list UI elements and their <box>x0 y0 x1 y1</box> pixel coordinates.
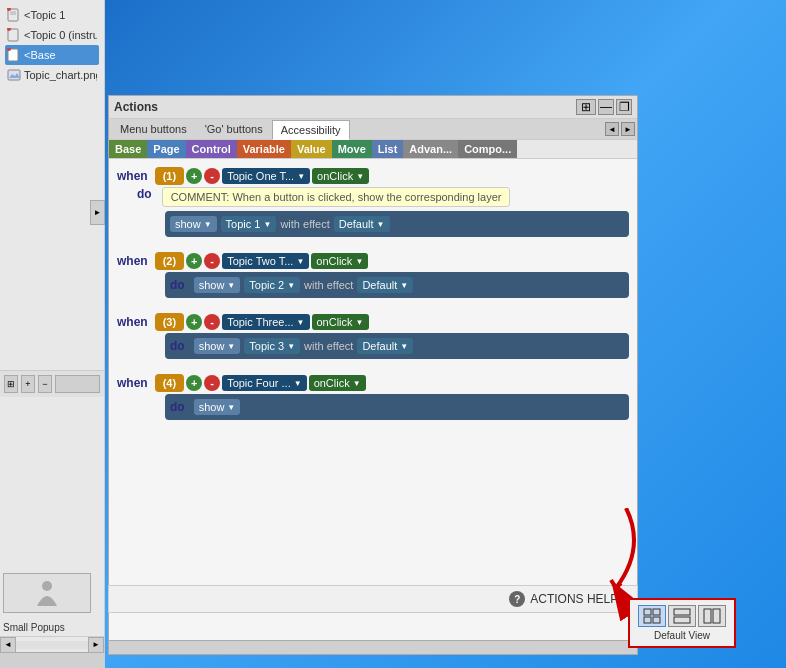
cat-value[interactable]: Value <box>291 140 332 158</box>
left-panel-bottom-scroll <box>0 652 104 668</box>
do-label-3: do <box>170 339 185 353</box>
tree-item-topic0[interactable]: <Topic 0 (instructions) <box>5 25 99 45</box>
tree-item-topic0-label: <Topic 0 (instructions) <box>24 29 97 41</box>
minus-btn-2[interactable]: - <box>204 253 220 269</box>
mini-btn-3[interactable]: − <box>38 375 52 393</box>
tree-item-chart-label: Topic_chart.png <box>24 69 97 81</box>
cat-compo[interactable]: Compo... <box>458 140 517 158</box>
onclick-dd-arrow-4: ▼ <box>353 379 361 388</box>
expand-right-arrow[interactable]: ► <box>90 200 105 225</box>
left-panel-scrollbar[interactable]: ◄ ► <box>0 636 104 652</box>
topic-dropdown-4[interactable]: Topic Four ... ▼ <box>222 375 307 391</box>
show-dd-arrow-4: ▼ <box>227 403 235 412</box>
show-topic-dd-3[interactable]: Topic 3 ▼ <box>244 338 300 354</box>
plus-btn-2[interactable]: + <box>186 253 202 269</box>
panel-maximize-btn[interactable]: ❐ <box>616 99 632 115</box>
view-label: Default View <box>654 630 710 641</box>
show-topic-dd-2[interactable]: Topic 2 ▼ <box>244 277 300 293</box>
scroll-left-btn[interactable]: ◄ <box>0 637 16 653</box>
show-topic-dd-1[interactable]: Topic 1 ▼ <box>221 216 277 232</box>
when-label-3: when <box>117 315 148 329</box>
cat-move[interactable]: Move <box>332 140 372 158</box>
when-block-2[interactable]: (2) <box>155 252 184 270</box>
blocks-horiz-scroll[interactable] <box>109 640 637 654</box>
category-bar: Base Page Control Variable Value Move Li… <box>109 140 637 159</box>
minus-btn-4[interactable]: - <box>204 375 220 391</box>
onclick-dd-label-1: onClick <box>317 170 353 182</box>
plus-btn-1[interactable]: + <box>186 168 202 184</box>
scroll-track <box>16 641 88 649</box>
tab-accessibility[interactable]: Accessibility <box>272 120 350 140</box>
when-block-4[interactable]: (4) <box>155 374 184 392</box>
topic-dropdown-2[interactable]: Topic Two T... ▼ <box>222 253 309 269</box>
show-dd-4[interactable]: show ▼ <box>194 399 241 415</box>
topic-dropdown-1[interactable]: Topic One T... ▼ <box>222 168 310 184</box>
do-label-2: do <box>170 278 185 292</box>
view-buttons <box>638 605 726 627</box>
cat-control[interactable]: Control <box>186 140 237 158</box>
cat-base[interactable]: Base <box>109 140 147 158</box>
mini-btn-4[interactable] <box>55 375 100 393</box>
with-effect-dd-2[interactable]: Default ▼ <box>357 277 413 293</box>
tab-next-btn[interactable]: ► <box>621 122 635 136</box>
onclick-dropdown-4[interactable]: onClick ▼ <box>309 375 366 391</box>
cat-advan[interactable]: Advan... <box>403 140 458 158</box>
onclick-dd-arrow-3: ▼ <box>356 318 364 327</box>
tab-go-buttons[interactable]: 'Go' buttons <box>196 119 272 139</box>
tree-item-base-label: <Base <box>24 49 56 61</box>
page-icon <box>7 8 21 22</box>
panel-view-btn[interactable]: ⊞ <box>576 99 596 115</box>
tab-prev-btn[interactable]: ◄ <box>605 122 619 136</box>
onclick-dd-label-3: onClick <box>317 316 353 328</box>
when-label-4: when <box>117 376 148 390</box>
with-effect-dd-1[interactable]: Default ▼ <box>334 216 390 232</box>
show-topic-dd-label-2: Topic 2 <box>249 279 284 291</box>
minus-btn-3[interactable]: - <box>204 314 220 330</box>
minus-btn-1[interactable]: - <box>204 168 220 184</box>
plus-btn-4[interactable]: + <box>186 375 202 391</box>
panel-minimize-btn[interactable]: — <box>598 99 614 115</box>
cat-page[interactable]: Page <box>147 140 185 158</box>
show-dd-3[interactable]: show ▼ <box>194 338 241 354</box>
tree-item-base[interactable]: <Base <box>5 45 99 65</box>
mini-btn-2[interactable]: + <box>21 375 35 393</box>
when-block-3[interactable]: (3) <box>155 313 184 331</box>
help-expand-btn[interactable]: ^ <box>622 594 627 605</box>
tab-menu-buttons[interactable]: Menu buttons <box>111 119 196 139</box>
onclick-dropdown-3[interactable]: onClick ▼ <box>312 314 369 330</box>
show-dd-2[interactable]: show ▼ <box>194 277 241 293</box>
mini-btn-1[interactable]: ⊞ <box>4 375 18 393</box>
tab-bar: Menu buttons 'Go' buttons Accessibility … <box>109 119 637 140</box>
do-area-1: do COMMENT: When a button is clicked, sh… <box>137 187 629 237</box>
do-show-row-4: do show ▼ <box>165 394 629 420</box>
topic-dropdown-3[interactable]: Topic Three... ▼ <box>222 314 309 330</box>
cat-list[interactable]: List <box>372 140 404 158</box>
do-area-4: do show ▼ <box>137 394 629 420</box>
onclick-dropdown-2[interactable]: onClick ▼ <box>311 253 368 269</box>
svg-rect-17 <box>704 609 711 623</box>
when-block-1[interactable]: (1) <box>155 167 184 185</box>
actions-help-bar: ? ACTIONS HELP ^ <box>108 585 638 613</box>
view-btn-1[interactable] <box>638 605 666 627</box>
scroll-right-btn[interactable]: ► <box>88 637 104 653</box>
show-dd-1[interactable]: show ▼ <box>170 216 217 232</box>
svg-rect-13 <box>644 617 651 623</box>
tree-item-chart[interactable]: Topic_chart.png <box>5 65 99 85</box>
cat-variable[interactable]: Variable <box>237 140 291 158</box>
onclick-dropdown-1[interactable]: onClick ▼ <box>312 168 369 184</box>
when-row-3: when (3) + - Topic Three... ▼ onClick ▼ <box>117 313 629 331</box>
with-effect-dd-3[interactable]: Default ▼ <box>357 338 413 354</box>
person-icon <box>27 578 67 608</box>
view-btn-3[interactable] <box>698 605 726 627</box>
small-popup-box <box>3 573 91 613</box>
panel-titlebar: Actions ⊞ — ❐ <box>109 96 637 119</box>
view-toolbar: Default View <box>628 598 736 648</box>
show-topic-dd-arrow-1: ▼ <box>263 220 271 229</box>
titlebar-buttons: ⊞ — ❐ <box>576 99 632 115</box>
plus-btn-3[interactable]: + <box>186 314 202 330</box>
tree-item-topic1[interactable]: <Topic 1 <box>5 5 99 25</box>
show-topic-dd-label-3: Topic 3 <box>249 340 284 352</box>
view-btn-2[interactable] <box>668 605 696 627</box>
with-effect-text-2: with effect <box>304 279 353 291</box>
do-comment-row-1: do COMMENT: When a button is clicked, sh… <box>137 187 629 207</box>
